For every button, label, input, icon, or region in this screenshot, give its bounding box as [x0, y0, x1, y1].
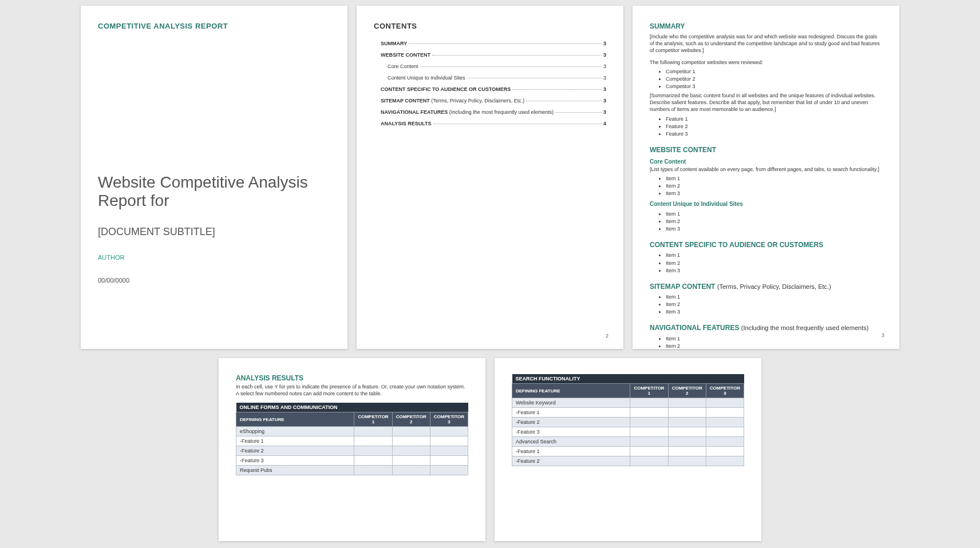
toc-label: Core Content — [388, 63, 418, 69]
website-content-title: WEBSITE CONTENT — [650, 145, 882, 154]
table-row: -Feature 2 — [512, 418, 744, 427]
page-5: SEARCH FUNCTIONALITYDEFINING FEATURECOMP… — [495, 358, 761, 541]
list-item: Item 2 — [666, 343, 882, 349]
table-row: -Feature 1 — [512, 408, 744, 418]
table-cell — [706, 456, 744, 466]
table-row: -Feature 2 — [512, 456, 744, 466]
pages-row-2: ANALYSIS RESULTS In each cell, use Y for… — [6, 358, 974, 541]
table-cell — [630, 408, 668, 418]
table-row: -Feature 1 — [236, 436, 468, 446]
table-col-competitor: COMPETITOR 2 — [392, 412, 430, 427]
list-item: Competitor 2 — [666, 76, 882, 82]
list-item: Item 1 — [666, 293, 882, 300]
table-cell — [668, 418, 706, 427]
table-band: ONLINE FORMS AND COMMUNICATION — [236, 403, 468, 412]
list-item: Item 1 — [666, 252, 882, 259]
toc-line: SUMMARY3 — [374, 41, 606, 46]
table-cell — [706, 418, 744, 427]
table-cell — [630, 427, 668, 437]
table-cell — [706, 427, 744, 437]
table-cell — [630, 418, 668, 427]
toc-page: 3 — [603, 75, 606, 81]
report-title: Website Competitive Analysis Report for — [98, 173, 330, 210]
report-header: COMPETITIVE ANALYSIS REPORT — [98, 22, 330, 30]
toc-line: NAVIGATIONAL FEATURES (Including the mos… — [374, 109, 606, 115]
toc-label: Content Unique to Individual Sites — [388, 75, 465, 81]
list-item: Item 2 — [666, 260, 882, 267]
toc-line: Content Unique to Individual Sites3 — [374, 75, 606, 81]
toc-line: CONTENT SPECIFIC TO AUDIENCE OR CUSTOMER… — [374, 86, 606, 92]
list-item: Feature 3 — [666, 130, 882, 137]
toc-page: 3 — [603, 63, 606, 69]
table-cell — [392, 446, 430, 456]
sitemap-note: (Terms, Privacy Policy, Disclaimers, Etc… — [717, 283, 831, 290]
table-cell-feature: Advanced Search — [512, 437, 630, 447]
table-cell — [668, 398, 706, 408]
table-row: eShopping — [236, 427, 468, 436]
toc-label: SITEMAP CONTENT (Terms, Privacy Policy, … — [381, 98, 524, 104]
sitemap-items: Item 1Item 2Item 3 — [650, 293, 882, 315]
page-number: 2 — [606, 333, 608, 339]
toc-dots — [420, 66, 602, 67]
list-item: Item 1 — [666, 335, 882, 342]
feature-list: Feature 1Feature 2Feature 3 — [650, 116, 882, 137]
report-subtitle: [DOCUMENT SUBTITLE] — [98, 226, 330, 238]
toc-dots — [467, 78, 602, 78]
list-item: Item 3 — [666, 225, 882, 232]
table-cell — [430, 456, 468, 466]
toc-dots — [526, 101, 602, 101]
table-cell — [354, 456, 392, 466]
list-item: Item 2 — [666, 182, 882, 189]
toc-dots — [555, 112, 602, 113]
toc-page: 3 — [603, 41, 606, 46]
page-number: 3 — [882, 332, 884, 339]
table-cell — [706, 408, 744, 418]
toc-line: Core Content3 — [374, 63, 606, 69]
toc-page: 3 — [603, 86, 606, 92]
table-row: -Feature 1 — [512, 447, 744, 456]
table-cell — [430, 436, 468, 446]
table-cell — [668, 456, 706, 466]
contents-heading: CONTENTS — [374, 22, 606, 30]
table-cell-feature: -Feature 1 — [512, 447, 630, 456]
unique-content-title: Content Unique to Individual Sites — [650, 200, 882, 208]
list-item: Item 1 — [666, 175, 882, 182]
summary-summarized: [Summarized the basic content found in a… — [650, 92, 882, 113]
table-cell-feature: -Feature 3 — [512, 427, 630, 437]
nav-title: NAVIGATIONAL FEATURES (Including the mos… — [650, 323, 882, 332]
table-cell-feature: -Feature 3 — [236, 456, 354, 466]
nav-items: Item 1Item 2Item 3 — [650, 335, 882, 349]
content-specific-title: CONTENT SPECIFIC TO AUDIENCE OR CUSTOMER… — [650, 240, 882, 249]
toc-label: WEBSITE CONTENT — [381, 52, 430, 58]
table-cell-feature: -Feature 2 — [236, 446, 354, 456]
table-cell — [706, 437, 744, 447]
list-item: Item 2 — [666, 301, 882, 308]
table-band: SEARCH FUNCTIONALITY — [512, 374, 744, 384]
nav-note: (Including the most frequently used elem… — [741, 324, 869, 331]
list-item: Item 3 — [666, 267, 882, 274]
table-cell-feature: -Feature 2 — [512, 456, 630, 466]
sitemap-title: SITEMAP CONTENT (Terms, Privacy Policy, … — [650, 282, 882, 291]
page-3: SUMMARY [Include who the competitive ana… — [633, 6, 899, 349]
toc-dots — [433, 124, 602, 124]
table-cell — [392, 466, 430, 475]
table-cell — [430, 446, 468, 456]
table-cell — [668, 437, 706, 447]
table-cell — [392, 436, 430, 446]
list-item: Item 3 — [666, 308, 882, 315]
table-cell — [668, 427, 706, 437]
table-cell — [430, 466, 468, 475]
analysis-table-forms: ONLINE FORMS AND COMMUNICATIONDEFINING F… — [236, 403, 468, 475]
nav-title-text: NAVIGATIONAL FEATURES — [650, 324, 739, 332]
report-author: AUTHOR — [98, 254, 330, 261]
toc-page: 3 — [603, 98, 606, 104]
table-cell — [668, 408, 706, 418]
table-cell — [630, 456, 668, 466]
toc-label: NAVIGATIONAL FEATURES (Including the mos… — [381, 109, 554, 115]
list-item: Feature 2 — [666, 123, 882, 130]
toc-dots — [432, 55, 602, 55]
table-row: -Feature 3 — [236, 456, 468, 466]
toc-dots — [512, 89, 602, 90]
table-cell — [354, 436, 392, 446]
table-row: Advanced Search — [512, 437, 744, 447]
